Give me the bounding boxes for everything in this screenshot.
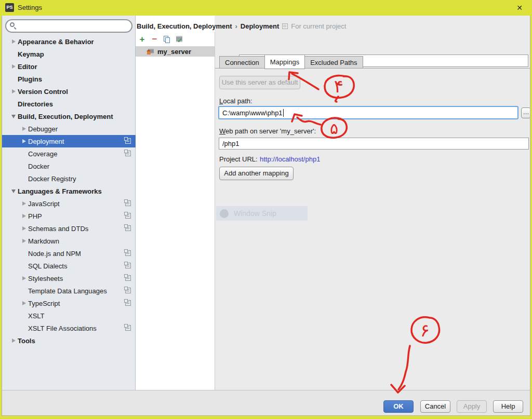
- chevron-right-icon[interactable]: [20, 226, 28, 231]
- use-as-default-icon[interactable]: ✓: [175, 35, 184, 44]
- tab-excluded-paths[interactable]: Excluded Paths: [305, 56, 363, 69]
- deployment-settings-panel: [215, 16, 530, 390]
- server-list-panel: + − ✓ my_server: [136, 16, 215, 390]
- tab-connection[interactable]: Connection: [219, 56, 264, 69]
- chevron-down-icon[interactable]: [9, 190, 18, 193]
- sidebar-item-label: Schemas and DTDs: [28, 225, 88, 233]
- sidebar-item-label: XSLT File Associations: [28, 325, 97, 332]
- cancel-button[interactable]: Cancel: [420, 400, 450, 413]
- chevron-right-icon[interactable]: [9, 39, 18, 44]
- tab-mappings[interactable]: Mappings: [264, 55, 305, 69]
- settings-window: Appearance & BehaviorKeymapEditorPlugins…: [2, 16, 530, 416]
- shared-settings-icon: [125, 250, 131, 256]
- dialog-footer: OK Cancel Apply Help: [2, 390, 530, 416]
- sidebar-item-label: Markdown: [28, 237, 59, 245]
- sidebar-item-debugger[interactable]: Debugger: [2, 123, 136, 135]
- chevron-right-icon[interactable]: [20, 139, 28, 143]
- sidebar-item-xslt-file-associations[interactable]: XSLT File Associations: [2, 322, 136, 334]
- deployment-tabs: ConnectionMappingsExcluded Paths: [219, 56, 363, 69]
- sidebar-item-tools[interactable]: Tools: [2, 334, 136, 347]
- sidebar-item-label: Stylesheets: [28, 275, 63, 282]
- local-path-label: Local path:: [219, 97, 252, 105]
- window-snip-ghost-overlay: Window Snip: [216, 206, 308, 221]
- help-button[interactable]: Help: [493, 400, 523, 413]
- sidebar-item-build-execution-deployment[interactable]: Build, Execution, Deployment: [2, 110, 136, 123]
- sidebar-item-label: Coverage: [28, 150, 57, 158]
- snip-mode-icon: [220, 209, 229, 218]
- screenshot-root: PS Settings ✕ Appearance & BehaviorKeyma…: [0, 0, 532, 419]
- close-icon[interactable]: ✕: [514, 2, 525, 13]
- title-bar: PS Settings ✕: [0, 0, 532, 16]
- project-url-link[interactable]: http://localhost/php1: [260, 155, 320, 163]
- breadcrumb-path[interactable]: Build, Execution, Deployment: [137, 22, 232, 30]
- sidebar-item-markdown[interactable]: Markdown: [2, 235, 136, 247]
- text-caret: [283, 109, 284, 117]
- shared-settings-icon: [125, 275, 131, 281]
- server-name: my_server: [157, 48, 191, 56]
- web-path-field[interactable]: /php1: [219, 138, 529, 150]
- sidebar-item-directories[interactable]: Directories: [2, 98, 136, 110]
- sidebar-item-label: Deployment: [28, 138, 64, 145]
- sidebar-item-editor[interactable]: Editor: [2, 60, 136, 73]
- local-path-field[interactable]: C:\wamp\www\php1: [218, 106, 518, 119]
- shared-settings-icon: [282, 23, 288, 29]
- chevron-right-icon[interactable]: [9, 89, 18, 93]
- apply-button[interactable]: Apply: [457, 400, 487, 413]
- shared-settings-icon: [125, 325, 131, 331]
- chevron-right-icon[interactable]: [20, 201, 28, 206]
- sidebar-item-label: XSLT: [28, 312, 45, 320]
- chevron-right-icon[interactable]: [9, 339, 18, 343]
- project-url-label: Project URL:: [219, 155, 258, 163]
- chevron-right-icon[interactable]: [20, 127, 28, 131]
- phpstorm-logo-icon: PS: [5, 3, 14, 12]
- add-server-icon[interactable]: +: [138, 35, 147, 44]
- chevron-right-icon[interactable]: [20, 301, 28, 305]
- sidebar-item-typescript[interactable]: TypeScript: [2, 297, 136, 309]
- sidebar-item-sql-dialects[interactable]: SQL Dialects: [2, 260, 136, 272]
- sidebar-item-label: Node.js and NPM: [28, 250, 81, 258]
- sidebar-item-docker-registry[interactable]: Docker Registry: [2, 172, 136, 185]
- sidebar-item-xslt[interactable]: XSLT: [2, 309, 136, 322]
- sidebar-item-docker[interactable]: Docker: [2, 160, 136, 172]
- sidebar-item-node-js-and-npm[interactable]: Node.js and NPM: [2, 247, 136, 260]
- chevron-down-icon[interactable]: [9, 115, 18, 118]
- browse-button[interactable]: …: [521, 107, 530, 118]
- copy-server-icon[interactable]: [163, 35, 171, 44]
- remove-server-icon[interactable]: −: [150, 35, 159, 44]
- sidebar-item-label: Languages & Frameworks: [18, 187, 102, 195]
- sidebar-item-keymap[interactable]: Keymap: [2, 48, 136, 60]
- sidebar-item-php[interactable]: PHP: [2, 210, 136, 222]
- sidebar-item-version-control[interactable]: Version Control: [2, 85, 136, 98]
- sidebar-item-template-data-languages[interactable]: Template Data Languages: [2, 285, 136, 297]
- local-path-value: C:\wamp\www\php1: [222, 109, 283, 117]
- sidebar-item-label: Directories: [18, 100, 53, 108]
- chevron-right-icon[interactable]: [20, 214, 28, 218]
- sidebar-item-javascript[interactable]: JavaScript: [2, 197, 136, 210]
- chevron-right-icon[interactable]: [9, 64, 18, 69]
- ok-button[interactable]: OK: [383, 400, 414, 413]
- shared-settings-icon: [125, 288, 131, 293]
- chevron-right-icon[interactable]: [20, 276, 28, 280]
- sidebar-item-plugins[interactable]: Plugins: [2, 73, 136, 85]
- breadcrumb-separator: ›: [235, 22, 237, 30]
- server-list-item[interactable]: my_server: [136, 46, 215, 57]
- sidebar-item-label: Editor: [18, 63, 37, 71]
- sidebar-item-label: Build, Execution, Deployment: [18, 113, 113, 120]
- sidebar-item-label: Template Data Languages: [28, 287, 107, 295]
- sidebar-item-stylesheets[interactable]: Stylesheets: [2, 272, 136, 285]
- sidebar-item-appearance-behavior[interactable]: Appearance & Behavior: [2, 35, 136, 48]
- shared-settings-icon: [125, 200, 131, 206]
- sidebar-item-languages-frameworks[interactable]: Languages & Frameworks: [2, 185, 136, 197]
- use-server-as-default-button[interactable]: Use this server as default: [219, 76, 300, 89]
- shared-settings-icon: [125, 263, 131, 268]
- sidebar-item-label: TypeScript: [28, 300, 60, 307]
- chevron-right-icon[interactable]: [20, 239, 28, 243]
- tabstrip-highlight: [215, 69, 530, 69]
- sidebar-item-coverage[interactable]: Coverage: [2, 147, 136, 160]
- sidebar-item-label: Docker: [28, 163, 49, 170]
- add-another-mapping-button[interactable]: Add another mapping: [219, 167, 294, 180]
- sidebar-item-deployment[interactable]: Deployment: [2, 135, 136, 147]
- sidebar-item-schemas-and-dtds[interactable]: Schemas and DTDs: [2, 222, 136, 235]
- search-input[interactable]: [5, 19, 132, 33]
- server-list-toolbar: + − ✓: [138, 34, 184, 45]
